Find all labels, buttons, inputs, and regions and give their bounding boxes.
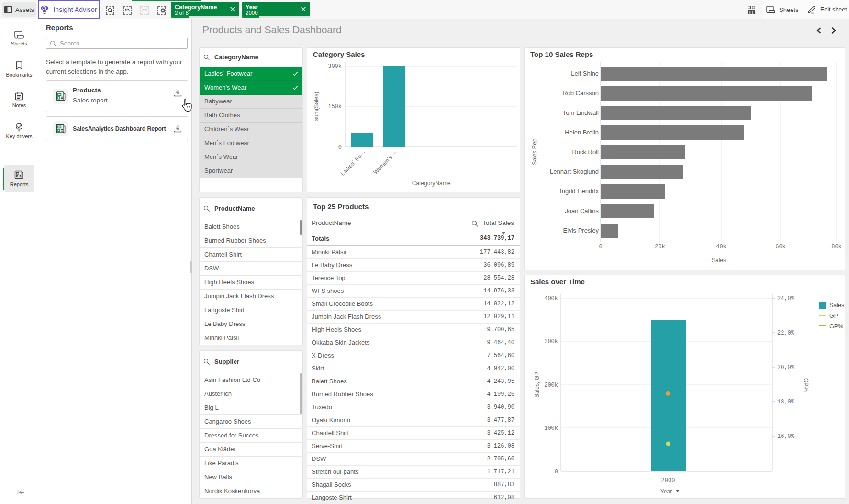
svg-text:Lennart Skoglund: Lennart Skoglund bbox=[550, 168, 599, 175]
svg-text:Elvis Presley: Elvis Presley bbox=[563, 227, 599, 234]
svg-text:Year: Year bbox=[660, 488, 672, 495]
svg-text:GP%: GP% bbox=[803, 378, 809, 392]
svg-text:20,0%: 20,0% bbox=[777, 364, 795, 371]
svg-text:100k: 100k bbox=[544, 425, 558, 432]
svg-text:0: 0 bbox=[338, 144, 342, 151]
svg-text:24,0%: 24,0% bbox=[777, 295, 795, 302]
svg-text:200k: 200k bbox=[544, 382, 558, 389]
svg-text:22,0%: 22,0% bbox=[777, 330, 795, 336]
svg-text:CategoryName: CategoryName bbox=[412, 180, 451, 187]
svg-text:GP%: GP% bbox=[829, 323, 843, 330]
svg-text:400k: 400k bbox=[544, 295, 558, 302]
svg-text:18,0%: 18,0% bbox=[777, 399, 795, 405]
svg-text:Sales: Sales bbox=[712, 257, 726, 264]
svg-text:60k: 60k bbox=[775, 244, 786, 250]
svg-text:Sales, GP: Sales, GP bbox=[534, 372, 540, 398]
svg-text:sum(Sales): sum(Sales) bbox=[313, 92, 320, 121]
svg-text:Ladies´ Fo···: Ladies´ Fo··· bbox=[339, 149, 367, 177]
svg-text:300k: 300k bbox=[544, 338, 558, 345]
svg-text:80k: 80k bbox=[831, 244, 842, 250]
svg-text:Tom Lindwall: Tom Lindwall bbox=[563, 109, 599, 116]
svg-text:0: 0 bbox=[555, 469, 558, 475]
svg-text:Helen Brolin: Helen Brolin bbox=[565, 129, 599, 136]
svg-text:16,0%: 16,0% bbox=[777, 433, 795, 440]
svg-text:2000: 2000 bbox=[661, 477, 675, 484]
svg-text:Ingrid Hendrix: Ingrid Hendrix bbox=[560, 188, 599, 195]
svg-text:Women's ···: Women's ··· bbox=[372, 149, 399, 176]
svg-text:Joan Callins: Joan Callins bbox=[565, 207, 599, 214]
svg-text:20k: 20k bbox=[655, 244, 665, 250]
svg-text:Sales: Sales bbox=[829, 302, 844, 309]
svg-text:GP: GP bbox=[829, 313, 838, 319]
svg-text:Rock Roll: Rock Roll bbox=[572, 148, 599, 156]
svg-text:300k: 300k bbox=[328, 63, 342, 70]
svg-text:40k: 40k bbox=[716, 244, 726, 250]
svg-text:Rob Carsson: Rob Carsson bbox=[562, 90, 599, 97]
svg-text:150k: 150k bbox=[328, 103, 342, 110]
svg-text:0: 0 bbox=[599, 244, 602, 250]
svg-text:Leif Shine: Leif Shine bbox=[571, 70, 599, 77]
svg-text:Sales Rep: Sales Rep bbox=[531, 138, 538, 165]
